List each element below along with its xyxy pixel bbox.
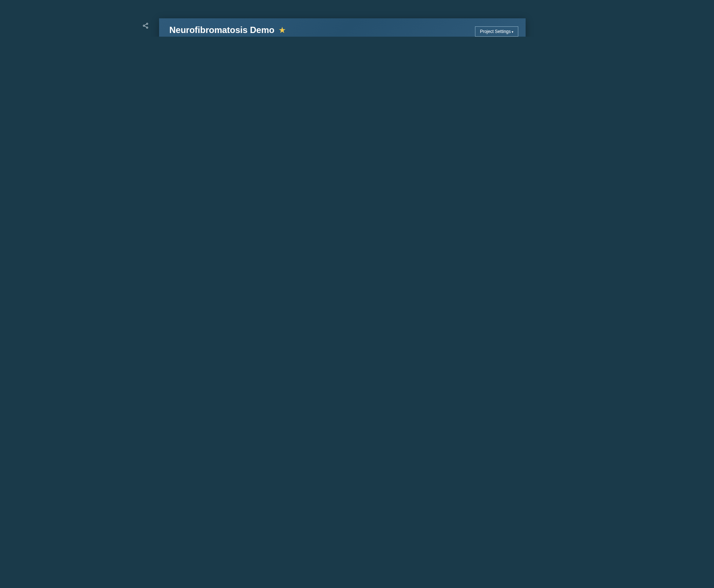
share-icon[interactable] xyxy=(142,22,149,29)
project-header: Neurofibromatosis Demo ★ Synapse ID: syn… xyxy=(159,18,526,37)
dashboard-icon[interactable] xyxy=(142,36,149,37)
sidebar: A ? xyxy=(137,18,154,37)
project-title: Neurofibromatosis Demo xyxy=(169,25,275,35)
favorite-star-icon[interactable]: ★ xyxy=(279,26,286,34)
svg-point-2 xyxy=(147,27,148,28)
svg-line-4 xyxy=(144,26,147,27)
svg-line-3 xyxy=(144,24,147,25)
svg-point-0 xyxy=(147,23,148,25)
project-settings-button[interactable]: Project Settings xyxy=(475,26,518,37)
main-panel: Neurofibromatosis Demo ★ Synapse ID: syn… xyxy=(159,18,526,37)
svg-point-1 xyxy=(143,25,145,26)
